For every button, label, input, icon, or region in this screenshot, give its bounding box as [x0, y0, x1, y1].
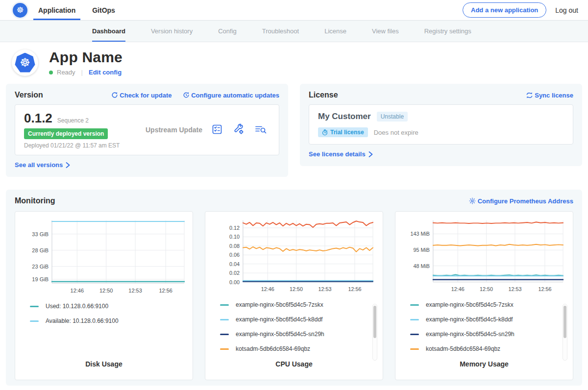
scrollbar-thumb[interactable]: [373, 306, 376, 338]
svg-text:12:50: 12:50: [290, 286, 303, 292]
chart-title-disk: Disk Usage: [15, 360, 193, 368]
chart-title-memory: Memory Usage: [395, 360, 573, 368]
customer-name: My Customer: [318, 112, 371, 122]
cpu-usage-legend: example-nginx-5bc6f5d4c5-7zskxexample-ng…: [205, 297, 383, 360]
legend-item: example-nginx-5bc6f5d4c5-k8ddf: [220, 316, 368, 323]
kubernetes-logo-icon: ☸: [13, 3, 27, 18]
svg-text:23 GiB: 23 GiB: [32, 264, 49, 269]
divider: |: [81, 69, 83, 76]
app-subnav: DashboardVersion historyConfigTroublesho…: [0, 21, 588, 42]
sync-license-link[interactable]: Sync license: [526, 92, 573, 99]
sync-arrows-icon: [526, 92, 533, 98]
legend-swatch: [410, 319, 419, 320]
deploy-logs-button[interactable]: [254, 123, 267, 137]
see-license-details-link[interactable]: See license details: [309, 150, 373, 158]
add-application-button[interactable]: Add a new application: [463, 2, 546, 18]
wrench-gear-icon: [233, 123, 245, 135]
see-all-versions-label: See all versions: [15, 161, 63, 169]
legend-label: kotsadm-5db6dc6584-69qbz: [236, 345, 310, 352]
topnav-tab-application[interactable]: Application: [38, 0, 75, 20]
legend-label: Available: 10.128.0.66:9100: [46, 317, 119, 324]
svg-text:12:56: 12:56: [159, 288, 172, 293]
svg-text:12:46: 12:46: [261, 286, 274, 292]
channel-badge: Unstable: [377, 112, 408, 122]
chart-title-cpu: CPU Usage: [205, 360, 383, 368]
subnav-tab-registry-settings[interactable]: Registry settings: [424, 21, 471, 42]
configure-prometheus-label: Configure Prometheus Address: [478, 197, 573, 205]
see-all-versions-link[interactable]: See all versions: [15, 161, 70, 169]
svg-text:0.00: 0.00: [229, 279, 240, 285]
scrollbar-thumb[interactable]: [564, 306, 566, 338]
chart-panel-cpu-usage: 12:4612:5012:5312:560.120.100.080.060.04…: [205, 211, 383, 380]
memory-usage-chart: 12:4612:5012:5312:56143 MiB95 MiB48 MiB: [401, 217, 567, 297]
subnav-tab-version-history[interactable]: Version history: [151, 21, 193, 42]
svg-text:12:56: 12:56: [538, 286, 551, 292]
subnav-tab-license[interactable]: License: [324, 21, 346, 42]
preflight-checks-button[interactable]: [211, 123, 223, 137]
chart-panel-disk-usage: 12:4612:5012:5312:5633 GiB28 GiB23 GiB19…: [15, 211, 193, 380]
status-dot: [49, 71, 53, 74]
legend-item: Available: 10.128.0.66:9100: [30, 317, 178, 324]
legend-label: example-nginx-5bc6f5d4c5-7zskx: [426, 301, 514, 308]
svg-text:0.12: 0.12: [229, 225, 240, 231]
legend-label: Used: 10.128.0.66:9100: [46, 303, 108, 310]
legend-item: example-nginx-5bc6f5d4c5-k8ddf: [410, 316, 558, 323]
configure-automatic-updates-link[interactable]: Configure automatic updates: [183, 92, 279, 99]
subnav-tab-view-files[interactable]: View files: [372, 21, 399, 42]
legend-item: example-nginx-5bc6f5d4c5-sn29h: [410, 331, 558, 338]
cpu-usage-chart: 12:4612:5012:5312:560.120.100.080.060.04…: [211, 217, 377, 297]
trial-license-label: Trial license: [330, 129, 364, 136]
currently-deployed-badge: Currently deployed version: [24, 128, 108, 139]
legend-label: example-nginx-5bc6f5d4c5-k8ddf: [426, 316, 513, 323]
edit-config-button[interactable]: [233, 123, 245, 137]
configure-automatic-updates-label: Configure automatic updates: [191, 92, 279, 99]
license-card-title: License: [309, 91, 338, 99]
svg-text:12:53: 12:53: [508, 286, 521, 292]
sequence-label: Sequence 2: [57, 117, 89, 124]
legend-item: example-nginx-5bc6f5d4c5-sn29h: [220, 331, 368, 338]
legend-item: Used: 10.128.0.66:9100: [30, 303, 178, 310]
configure-prometheus-link[interactable]: Configure Prometheus Address: [469, 197, 573, 205]
checklist-icon: [211, 123, 223, 135]
disk-usage-legend: Used: 10.128.0.66:9100Available: 10.128.…: [15, 299, 193, 332]
legend-item: kotsadm-5db6dc6584-69qbz: [220, 345, 368, 352]
edit-config-link[interactable]: Edit config: [89, 69, 122, 76]
svg-text:0.10: 0.10: [229, 234, 240, 240]
subnav-tab-config[interactable]: Config: [218, 21, 237, 42]
deployed-timestamp: Deployed 01/21/22 @ 11:57 am EST: [24, 142, 137, 149]
legend-scrollbar[interactable]: [372, 304, 377, 361]
topnav-tab-gitops[interactable]: GitOps: [92, 0, 115, 20]
svg-text:12:53: 12:53: [318, 286, 331, 292]
chevron-right-icon: [368, 151, 373, 157]
license-card: License Sync license My Customer Unstabl…: [300, 84, 582, 166]
svg-text:33 GiB: 33 GiB: [32, 231, 49, 237]
chart-panel-memory-usage: 12:4612:5012:5312:56143 MiB95 MiB48 MiB …: [395, 211, 573, 380]
svg-text:48 MiB: 48 MiB: [413, 263, 430, 269]
subnav-tab-troubleshoot[interactable]: Troubleshoot: [262, 21, 299, 42]
svg-text:0.06: 0.06: [229, 252, 240, 258]
legend-swatch: [30, 320, 39, 322]
legend-swatch: [220, 304, 229, 306]
svg-text:28 GiB: 28 GiB: [32, 247, 49, 253]
clock-refresh-icon: [183, 92, 190, 98]
subnav-tab-dashboard[interactable]: Dashboard: [92, 21, 125, 42]
version-number: 0.1.2: [24, 111, 52, 126]
gear-icon: [469, 197, 476, 204]
stopwatch-icon: [322, 129, 328, 136]
kubernetes-heptagon-icon: ☸: [15, 53, 35, 73]
disk-usage-chart: 12:4612:5012:5312:5633 GiB28 GiB23 GiB19…: [21, 217, 187, 299]
logout-button[interactable]: Log out: [555, 6, 578, 14]
license-expiration: Does not expire: [374, 129, 418, 136]
check-for-update-link[interactable]: Check for update: [111, 92, 172, 99]
refresh-icon: [111, 92, 118, 98]
svg-text:0.02: 0.02: [229, 270, 240, 276]
see-license-details-label: See license details: [309, 150, 366, 158]
legend-scrollbar[interactable]: [563, 304, 567, 361]
legend-item: example-nginx-5bc6f5d4c5-7zskx: [410, 301, 558, 308]
sync-license-label: Sync license: [535, 92, 573, 99]
topnav-tabs: ApplicationGitOps: [38, 0, 115, 20]
svg-text:12:56: 12:56: [348, 286, 361, 292]
file-search-icon: [254, 123, 267, 135]
legend-swatch: [410, 304, 419, 306]
version-card-title: Version: [15, 91, 43, 99]
